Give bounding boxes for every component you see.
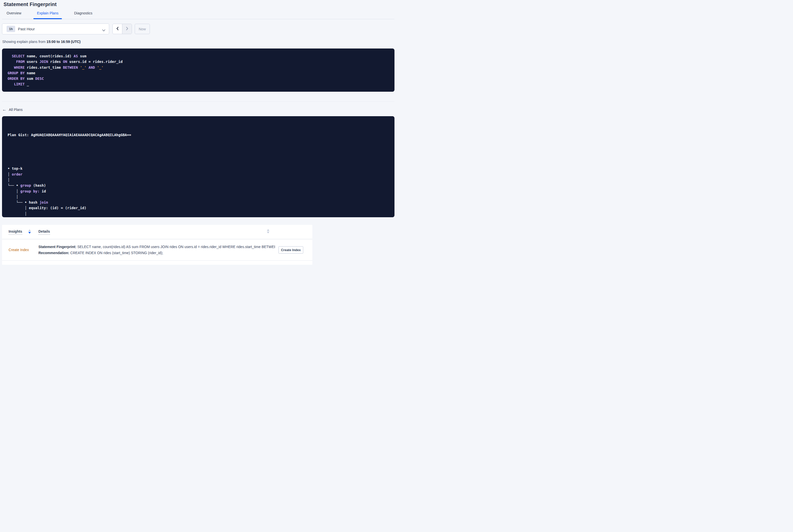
create-index-link[interactable]: Create Index	[8, 248, 29, 252]
statement-fingerprint-line: Statement Fingerprint: SELECT name, coun…	[38, 244, 275, 250]
page-title: Statement Fingerprint	[2, 0, 395, 7]
tab-overview[interactable]: Overview	[3, 10, 25, 19]
interval-badge: 1h	[6, 26, 15, 32]
all-plans-link[interactable]: ← All Plans	[2, 108, 22, 112]
column-header-details[interactable]: Details	[38, 229, 50, 235]
chevron-down-icon	[102, 28, 106, 33]
prev-time-button[interactable]	[113, 24, 122, 34]
showing-range-text: Showing explain plans from 15:00 to 16:5…	[2, 40, 395, 44]
sql-fingerprint-box: SELECT name, count(rides.id) AS sum FROM…	[2, 49, 395, 92]
plan-gist-text: Plan Gist: AgHUAQIABQAAAHYAQIAiAEAAAADCQ…	[7, 132, 389, 138]
sort-arrows-icon[interactable]	[267, 229, 269, 233]
time-interval-picker[interactable]: 1h Past Hour	[2, 23, 109, 34]
sort-arrows-icon	[28, 229, 31, 234]
details-cell: Statement Fingerprint: SELECT name, coun…	[38, 244, 279, 256]
insights-table-header: Insights Details	[2, 225, 313, 239]
chevron-right-icon	[126, 26, 129, 32]
left-arrow-icon: ←	[2, 108, 6, 111]
recommendation-line: Recommendation: CREATE INDEX ON rides (s…	[38, 250, 275, 256]
time-controls: 1h Past Hour Now	[2, 23, 395, 34]
tab-explain-plans[interactable]: Explain Plans	[33, 10, 62, 19]
details-header-label: Details	[38, 229, 50, 235]
table-row: Create Index Statement Fingerprint: SELE…	[2, 239, 313, 261]
all-plans-label: All Plans	[9, 108, 22, 112]
plan-gist-box: Plan Gist: AgHUAQIABQAAAHYAQIAiAEAAAADCQ…	[2, 116, 395, 217]
create-index-button[interactable]: Create Index	[279, 246, 303, 254]
interval-label: Past Hour	[18, 27, 35, 31]
next-time-button[interactable]	[122, 24, 132, 34]
time-nav-group	[112, 24, 132, 34]
tab-diagnostics[interactable]: Diagnostics	[71, 10, 96, 19]
insights-header-label: Insights	[8, 229, 22, 235]
showing-range-value: 15:00 to 16:59 (UTC)	[46, 40, 81, 44]
tab-bar: Overview Explain Plans Diagnostics	[2, 10, 395, 19]
insight-cell: Create Index	[8, 248, 38, 252]
chevron-left-icon	[116, 26, 119, 32]
now-button[interactable]: Now	[135, 24, 150, 34]
plan-tree: • top-k│ order│└── • group (hash) │ grou…	[7, 166, 389, 217]
column-header-insights[interactable]: Insights	[8, 229, 38, 235]
insights-table: Insights Details Create Index Statement …	[2, 225, 313, 265]
